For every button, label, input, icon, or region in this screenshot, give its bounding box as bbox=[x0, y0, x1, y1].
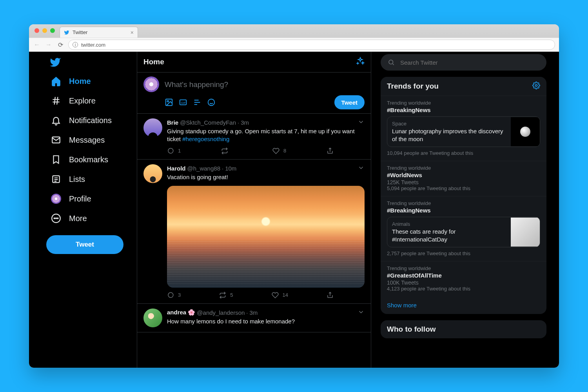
trends-title: Trends for you bbox=[387, 82, 439, 91]
back-button[interactable]: ← bbox=[33, 41, 41, 48]
right-column: Trends for you Trending worldwide #Break… bbox=[371, 52, 559, 368]
url-text: twitter.com bbox=[81, 42, 105, 48]
sidebar-item-label: Profile bbox=[69, 194, 91, 203]
compose-tweet-button[interactable]: Tweet bbox=[46, 235, 123, 254]
tweet-avatar[interactable] bbox=[143, 309, 162, 327]
tweet-author-handle[interactable]: @andy_landerson bbox=[197, 309, 245, 316]
tweet-author-handle[interactable]: @h_wang88 bbox=[187, 165, 220, 172]
svg-point-3 bbox=[54, 218, 55, 219]
like-button[interactable]: 14 bbox=[272, 292, 288, 299]
tweet-author-name[interactable]: Harold bbox=[167, 165, 186, 172]
trend-footer: 5,094 people are Tweeting about this bbox=[387, 185, 540, 191]
trend-hashtag: #GreatestOfAllTime bbox=[387, 272, 540, 279]
tweet-author-name[interactable]: andrea 🌸 bbox=[167, 309, 195, 316]
timeline-header: Home bbox=[137, 52, 371, 73]
tweet[interactable]: Brie @Sktch_ComedyFan · 3m Giving standu… bbox=[137, 114, 371, 160]
tweet-caret-icon[interactable] bbox=[358, 164, 365, 172]
close-window-button[interactable] bbox=[34, 28, 39, 33]
trends-settings-icon[interactable] bbox=[532, 82, 540, 91]
envelope-icon bbox=[51, 135, 61, 145]
site-info-icon[interactable]: i bbox=[73, 42, 78, 47]
trend-card[interactable]: Animals These cats are ready for #Intern… bbox=[387, 217, 540, 247]
tweet-caret-icon[interactable] bbox=[358, 118, 365, 127]
poll-icon[interactable] bbox=[193, 98, 201, 107]
search-icon bbox=[388, 59, 395, 66]
share-button[interactable] bbox=[327, 147, 334, 154]
svg-point-5 bbox=[57, 218, 58, 219]
trend-item[interactable]: Trending worldwide #WorldNews 125K Tweet… bbox=[381, 161, 546, 196]
card-thumbnail bbox=[511, 117, 540, 146]
trend-item[interactable]: Trending worldwide #BreakingNews Space L… bbox=[381, 96, 546, 161]
sidebar-item-more[interactable]: More bbox=[46, 209, 132, 228]
sidebar-item-home[interactable]: Home bbox=[46, 71, 132, 91]
minimize-window-button[interactable] bbox=[42, 28, 47, 33]
emoji-icon[interactable] bbox=[207, 98, 216, 107]
list-icon bbox=[51, 174, 61, 184]
browser-window: Twitter × ← → ⟳ i twitter.com Home Explo… bbox=[29, 24, 559, 368]
tweet-author-name[interactable]: Brie bbox=[167, 119, 178, 126]
home-icon bbox=[51, 76, 61, 86]
who-to-follow-title: Who to follow bbox=[387, 325, 436, 334]
forward-button[interactable]: → bbox=[45, 41, 53, 48]
retweet-button[interactable]: 5 bbox=[219, 292, 233, 299]
trends-panel: Trends for you Trending worldwide #Break… bbox=[381, 77, 546, 314]
twitter-app: Home Explore Notifications Messages Book… bbox=[29, 52, 559, 368]
search-input[interactable] bbox=[400, 59, 539, 66]
gif-icon[interactable]: GIF bbox=[179, 98, 187, 107]
trend-footer: 2,757 people are Tweeting about this bbox=[387, 250, 540, 256]
twitter-logo-icon[interactable] bbox=[49, 56, 61, 68]
tab-close-icon[interactable]: × bbox=[131, 29, 134, 36]
tweet-actions: 3 5 14 bbox=[167, 292, 334, 299]
svg-text:GIF: GIF bbox=[181, 101, 186, 105]
tweet-text: How many lemons do I need to make lemona… bbox=[167, 318, 365, 325]
sidebar-item-bookmarks[interactable]: Bookmarks bbox=[46, 150, 132, 169]
tweet-time: 3m bbox=[250, 309, 258, 316]
window-controls bbox=[34, 28, 55, 33]
tweet-author-handle[interactable]: @Sktch_ComedyFan bbox=[180, 119, 236, 126]
who-to-follow-panel: Who to follow bbox=[381, 320, 546, 338]
tweet-actions: 1 8 bbox=[167, 147, 334, 154]
composer-avatar[interactable] bbox=[143, 76, 159, 92]
trend-meta: Trending worldwide bbox=[387, 165, 540, 171]
media-icon[interactable] bbox=[165, 98, 173, 107]
tweet-avatar[interactable] bbox=[143, 164, 162, 183]
show-more-link[interactable]: Show more bbox=[381, 296, 546, 314]
reply-button[interactable]: 3 bbox=[167, 292, 181, 299]
like-button[interactable]: 8 bbox=[272, 147, 286, 154]
sidebar-item-explore[interactable]: Explore bbox=[46, 91, 132, 111]
sidebar-item-notifications[interactable]: Notifications bbox=[46, 111, 132, 130]
tweet[interactable]: andrea 🌸 @andy_landerson · 3m How many l… bbox=[137, 304, 371, 332]
tweet-media-image[interactable] bbox=[167, 186, 365, 288]
tweet-composer: What's happening? GIF Tweet bbox=[137, 73, 371, 114]
retweet-button[interactable] bbox=[221, 147, 232, 154]
sidebar: Home Explore Notifications Messages Book… bbox=[29, 52, 137, 368]
browser-tab[interactable]: Twitter × bbox=[60, 27, 138, 38]
bookmark-icon bbox=[51, 154, 61, 165]
card-title: These cats are ready for #InternationalC… bbox=[392, 228, 506, 243]
sidebar-item-messages[interactable]: Messages bbox=[46, 130, 132, 150]
sidebar-item-label: Messages bbox=[69, 136, 105, 145]
sidebar-item-lists[interactable]: Lists bbox=[46, 169, 132, 189]
search-box[interactable] bbox=[381, 54, 546, 71]
address-bar[interactable]: i twitter.com bbox=[68, 40, 555, 50]
trend-item[interactable]: Trending worldwide #BreakingNews Animals… bbox=[381, 196, 546, 261]
tweet[interactable]: Harold @h_wang88 · 10m Vacation is going… bbox=[137, 160, 371, 304]
trend-item[interactable]: Trending worldwide #GreatestOfAllTime 10… bbox=[381, 261, 546, 296]
card-category: Animals bbox=[392, 221, 506, 227]
trend-hashtag: #WorldNews bbox=[387, 172, 540, 178]
trend-card[interactable]: Space Lunar photography improves the dis… bbox=[387, 116, 540, 147]
tweet-caret-icon[interactable] bbox=[358, 309, 365, 317]
reply-button[interactable]: 1 bbox=[167, 147, 181, 154]
send-tweet-button[interactable]: Tweet bbox=[334, 95, 365, 109]
top-tweets-icon[interactable] bbox=[356, 57, 365, 67]
more-icon bbox=[51, 213, 61, 223]
composer-input[interactable]: What's happening? bbox=[165, 76, 365, 95]
tweet-avatar[interactable] bbox=[143, 118, 162, 137]
share-button[interactable] bbox=[327, 292, 334, 299]
tweet-hashtag[interactable]: #heregoesnothing bbox=[182, 136, 229, 142]
reload-button[interactable]: ⟳ bbox=[56, 41, 64, 49]
tweet-time: 3m bbox=[241, 119, 249, 126]
maximize-window-button[interactable] bbox=[50, 28, 55, 33]
bell-icon bbox=[51, 115, 61, 125]
sidebar-item-profile[interactable]: Profile bbox=[46, 189, 132, 209]
